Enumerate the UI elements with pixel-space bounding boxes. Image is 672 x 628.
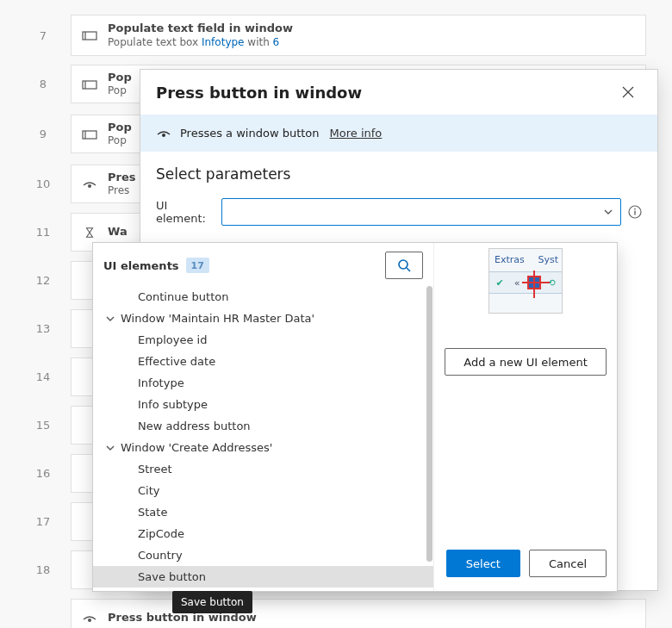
- ui-element-dropdown: UI elements 17 Continue button Window 'M…: [92, 242, 618, 592]
- list-item[interactable]: Continue button: [93, 286, 433, 308]
- flow-step[interactable]: Populate text field in window Populate t…: [71, 15, 646, 56]
- step-subtitle: Populate text box Infotype with 6: [108, 36, 293, 49]
- chevron-down-icon: [105, 443, 115, 453]
- search-button[interactable]: [385, 252, 423, 279]
- dropdown-header-label: UI elements: [103, 259, 179, 272]
- search-icon: [397, 258, 411, 272]
- textbox-icon: [82, 78, 97, 90]
- list-item[interactable]: Country: [93, 544, 433, 566]
- preview-label: Extras: [495, 254, 525, 265]
- ui-element-select[interactable]: [221, 198, 621, 226]
- textbox-icon: [82, 29, 97, 41]
- list-item[interactable]: State: [93, 501, 433, 523]
- press-icon: [156, 127, 171, 140]
- svg-point-10: [634, 208, 636, 210]
- dropdown-preview-pane: Extras Syst ✔ « ⟲ Add a new UI element S…: [434, 243, 617, 591]
- save-icon-highlighted: [527, 276, 541, 289]
- hourglass-icon: [82, 227, 97, 239]
- step-number: 11: [34, 226, 52, 239]
- list-group[interactable]: Window 'Create Addresses': [93, 437, 433, 458]
- select-button[interactable]: Select: [446, 550, 520, 577]
- step-number: 8: [34, 78, 52, 90]
- more-info-link[interactable]: More info: [330, 127, 383, 140]
- step-title: Populate text field in window: [108, 22, 293, 35]
- close-icon: [622, 86, 634, 98]
- cancel-button[interactable]: Cancel: [529, 550, 607, 577]
- dropdown-list-pane: UI elements 17 Continue button Window 'M…: [93, 243, 434, 591]
- chevron-down-icon: [603, 204, 613, 221]
- step-texts: Populate text field in window Populate t…: [108, 22, 293, 48]
- dialog-header: Press button in window: [140, 70, 657, 115]
- list-item[interactable]: ZipCode: [93, 523, 433, 544]
- svg-line-13: [407, 268, 410, 271]
- list-item[interactable]: Info subtype: [93, 394, 433, 415]
- action-dialog: Press button in window Presses a window …: [140, 69, 658, 591]
- list-item[interactable]: New address button: [93, 415, 433, 437]
- flow-step[interactable]: Press button in window: [71, 599, 646, 628]
- tooltip: Save button: [172, 591, 252, 613]
- check-icon: ✔: [493, 276, 507, 289]
- chevron-down-icon: [105, 314, 115, 324]
- add-ui-element-button[interactable]: Add a new UI element: [445, 348, 607, 376]
- press-icon: [82, 612, 97, 625]
- ui-element-row: UI element:: [156, 198, 642, 226]
- svg-point-12: [399, 260, 408, 269]
- scrollbar[interactable]: [426, 286, 432, 562]
- textbox-icon: [82, 128, 97, 140]
- step-number: 9: [34, 127, 52, 140]
- press-icon: [82, 178, 97, 190]
- dropdown-list: Continue button Window 'Maintain HR Mast…: [93, 286, 433, 591]
- parameters-heading: Select parameters: [156, 165, 642, 183]
- ui-element-label: UI element:: [156, 199, 215, 225]
- list-item[interactable]: City: [93, 480, 433, 501]
- list-item[interactable]: Effective date: [93, 351, 433, 372]
- info-text: Presses a window button: [180, 127, 320, 140]
- info-bar: Presses a window button More info: [140, 115, 657, 152]
- dropdown-header: UI elements 17: [93, 243, 433, 286]
- preview-thumbnail: Extras Syst ✔ « ⟲: [488, 248, 563, 314]
- list-item[interactable]: Employee id: [93, 329, 433, 351]
- svg-point-6: [88, 184, 91, 188]
- list-item[interactable]: Street: [93, 458, 433, 480]
- parameters-section: Select parameters UI element:: [140, 152, 657, 234]
- dialog-title: Press button in window: [156, 84, 614, 102]
- svg-point-7: [88, 619, 91, 622]
- step-number: 7: [34, 29, 52, 42]
- preview-label: Syst: [538, 254, 558, 265]
- list-item[interactable]: Infotype: [93, 372, 433, 394]
- list-group[interactable]: Window 'Maintain HR Master Data': [93, 308, 433, 329]
- list-item-selected[interactable]: Save button: [93, 566, 433, 588]
- step-number: 10: [34, 177, 52, 190]
- count-badge: 17: [186, 258, 209, 273]
- info-icon[interactable]: [628, 205, 642, 219]
- dropdown-footer: Select Cancel: [445, 550, 607, 577]
- svg-point-8: [162, 134, 165, 137]
- svg-rect-11: [634, 211, 635, 215]
- close-button[interactable]: [614, 78, 642, 106]
